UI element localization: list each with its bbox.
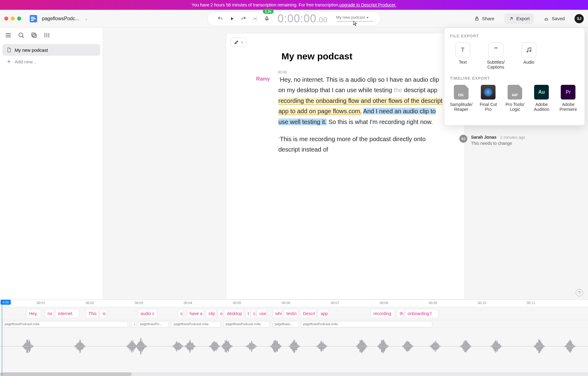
quote-icon: ” <box>488 43 503 57</box>
undo-button[interactable] <box>215 13 225 24</box>
audio-clip-segment[interactable]: pageflows... <box>273 321 299 327</box>
paragraph-1[interactable]: Ramy ▾Hey, no internet. This is a audio … <box>245 74 446 127</box>
word-chip[interactable]: recording <box>371 309 395 318</box>
user-avatar[interactable]: SJ <box>575 14 584 23</box>
audio-clip-segment[interactable]: pageflowsPodcast.m4a <box>224 321 270 327</box>
audio-clip-segment[interactable]: pageflowsPodcast.m4a <box>301 321 432 327</box>
speaker-label[interactable]: Ramy <box>245 74 270 127</box>
word-chip[interactable]: use <box>257 309 267 318</box>
edit-mode-chip[interactable]: ⇅ <box>231 38 247 47</box>
search-icon[interactable] <box>18 32 24 39</box>
word-chip[interactable]: audio c <box>138 309 157 318</box>
sidebar-add-new[interactable]: Add new... <box>2 56 100 67</box>
timestamp-label: 00:00 <box>278 70 446 74</box>
word-chip[interactable]: whi <box>273 309 282 318</box>
word-chip[interactable]: is <box>100 309 107 318</box>
word-chip[interactable]: app <box>318 309 329 318</box>
word-chip[interactable]: onboarding f <box>405 309 439 318</box>
export-text-button[interactable]: Text <box>450 43 476 70</box>
word-track[interactable]: Hey,nointernet.Thisisaudio cshave aclipo… <box>0 308 588 320</box>
playback-speed-pill[interactable]: 1.3x <box>263 9 273 14</box>
upgrade-link[interactable]: upgrade to Descript Producer. <box>339 2 396 7</box>
sidebar-item-label: My new podcast <box>15 47 48 53</box>
ruler-tick: 00:11 <box>527 301 535 305</box>
word-chip[interactable]: Hey, <box>26 309 41 318</box>
word-chip[interactable]: internet. <box>55 309 79 318</box>
word-chip[interactable]: no <box>45 309 54 318</box>
timecode-ms: .00 <box>316 16 327 24</box>
audio-clip-segment[interactable]: pageflowsPo... <box>138 321 168 327</box>
playhead-flag[interactable]: 0:00 <box>1 300 11 305</box>
redo-button[interactable] <box>238 13 249 24</box>
clip-track[interactable]: pageflowsPodcast.m4a|pageflowsPo...pagef… <box>0 320 588 328</box>
page-title[interactable]: My new podcast <box>281 51 446 62</box>
minimize-window-icon[interactable] <box>11 17 15 21</box>
word-chip[interactable]: have a <box>187 309 204 318</box>
ruler-tick: 00:02 <box>86 301 94 305</box>
word-chip[interactable]: s <box>178 309 183 318</box>
export-samplitude-button[interactable]: EDL Samplitude/ Reaper <box>450 85 473 112</box>
waveform-track[interactable]: [ [90,46],[260,44],[430,40],[460,50],[58… <box>0 328 588 365</box>
svg-point-7 <box>256 19 257 20</box>
timeline-scrollbar-track[interactable] <box>0 372 588 376</box>
window-controls <box>4 17 21 21</box>
word-chip[interactable]: This <box>86 309 99 318</box>
svg-point-10 <box>19 33 23 37</box>
word-chip[interactable]: testin <box>284 309 298 318</box>
svg-rect-0 <box>31 17 35 18</box>
export-popover: FILE EXPORT Text ” Subtitles/ Captions A… <box>444 28 585 126</box>
word-chip[interactable]: Descri <box>300 309 317 318</box>
play-button[interactable] <box>227 13 237 24</box>
document-title[interactable]: pageflowsPodc... <box>42 16 79 21</box>
svg-point-13 <box>527 51 528 52</box>
audio-clip-segment[interactable]: pageflowsPodcast.m4a <box>2 321 128 327</box>
word-chip[interactable]: o <box>217 309 223 318</box>
paragraph-2[interactable]: ▾This is me recording more of the podcas… <box>245 134 446 155</box>
export-protools-button[interactable]: AAF Pro Tools/ Logic <box>504 85 526 112</box>
magic-button[interactable] <box>250 13 260 24</box>
saved-label: Saved <box>552 16 565 21</box>
maximize-window-icon[interactable] <box>17 17 21 21</box>
share-button[interactable]: Share <box>470 13 499 24</box>
timeline-scrollbar-thumb[interactable] <box>0 372 132 376</box>
word-chip[interactable]: clip <box>206 309 216 318</box>
playhead-line[interactable] <box>2 300 2 376</box>
comment-time: 2 minutes ago <box>500 135 525 140</box>
export-audition-button[interactable]: Au Adobe Audition <box>531 85 552 112</box>
menu-icon[interactable] <box>5 32 12 39</box>
timeline-ruler[interactable]: 00:0100:0200:0300:0400:0500:0600:0700:08… <box>0 300 588 307</box>
word-chip[interactable]: t <box>245 309 251 318</box>
audition-icon: Au <box>534 85 549 100</box>
export-audio-button[interactable]: Audio <box>516 43 542 70</box>
word-chip[interactable]: desktop <box>224 309 244 318</box>
export-button[interactable]: Export <box>504 13 534 24</box>
word-chip[interactable]: c <box>251 309 256 318</box>
export-finalcut-button[interactable]: Final Cut Pro <box>477 85 499 112</box>
pencil-icon <box>234 40 239 45</box>
export-subtitles-button[interactable]: ” Subtitles/ Captions <box>483 43 509 70</box>
close-window-icon[interactable] <box>4 17 8 21</box>
svg-rect-9 <box>476 18 478 20</box>
word-chip[interactable]: th <box>397 309 404 318</box>
export-premiere-button[interactable]: Pr Adobe Premiere <box>557 85 579 112</box>
share-label: Share <box>482 16 494 21</box>
svg-point-6 <box>254 19 254 20</box>
copy-icon[interactable] <box>31 32 37 39</box>
record-mic-button[interactable] <box>262 13 272 24</box>
comment-avatar: SJ <box>459 135 467 143</box>
document-menu-caret-icon[interactable]: ⌄ <box>85 17 88 21</box>
sidebar-item-podcast[interactable]: My new podcast <box>2 44 100 56</box>
upgrade-banner: You have 2 hours 58 minutes of transcrip… <box>0 0 588 10</box>
markers-icon[interactable] <box>43 32 50 39</box>
comment-thread[interactable]: SJ Sarah Jonas 2 minutes ago This needs … <box>459 135 576 146</box>
audio-clip-segment[interactable]: pageflowsPodcast.m4a <box>172 321 221 327</box>
chevron-down-icon: ▼ <box>366 16 369 19</box>
paragraph-body[interactable]: ▾This is me recording more of the podcas… <box>278 134 446 155</box>
composition-selector[interactable]: My new podcast ▼ <box>336 15 373 22</box>
help-button[interactable]: ? <box>576 289 583 296</box>
paragraph-body[interactable]: ▾Hey, no internet. This is a audio clip … <box>278 74 446 127</box>
composition-progress-bar <box>336 21 373 22</box>
audio-clip-segment[interactable]: | <box>132 321 136 327</box>
ruler-tick: 00:10 <box>478 301 486 305</box>
music-note-icon <box>522 43 536 57</box>
